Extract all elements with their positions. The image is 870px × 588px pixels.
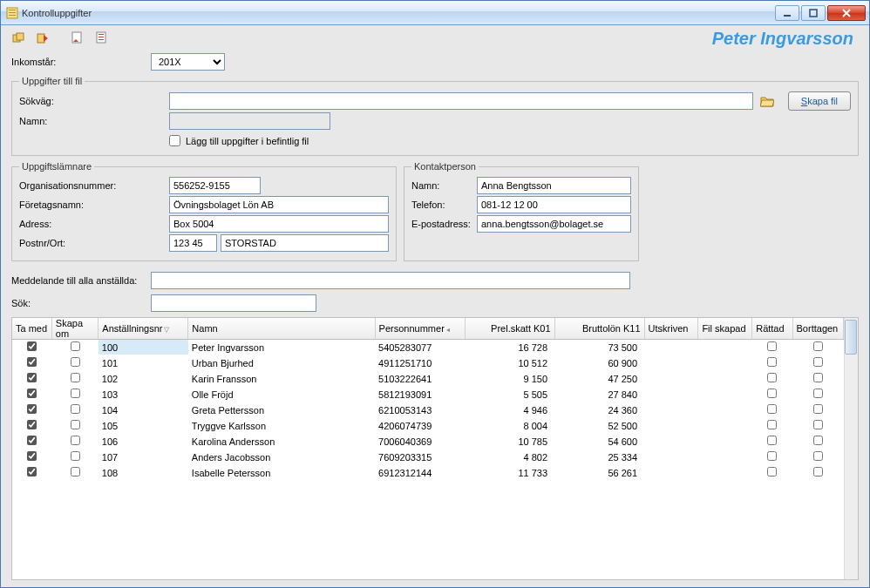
table-row[interactable]: 107Anders Jacobsson76092033154 80225 334 (12, 449, 844, 465)
recreate-checkbox[interactable] (71, 357, 80, 367)
postal-input[interactable] (169, 234, 217, 252)
svg-rect-2 (9, 12, 16, 13)
cell-filecreated (698, 340, 752, 355)
removed-checkbox[interactable] (813, 341, 823, 351)
col-corrected[interactable]: Rättad (752, 318, 792, 340)
maximize-button[interactable] (801, 5, 826, 21)
col-removed[interactable]: Borttagen (792, 318, 843, 340)
cell-filecreated (698, 371, 752, 387)
append-checkbox[interactable] (169, 135, 180, 146)
search-label: Sök: (11, 298, 151, 308)
cell-empno: 105 (99, 418, 188, 434)
col-ssn[interactable]: Personnummer◂ (375, 318, 465, 340)
scrollbar-vertical[interactable] (844, 318, 858, 579)
contact-email-input[interactable] (477, 215, 631, 233)
table-row[interactable]: 106Karolina Andersson700604036910 78554 … (12, 434, 844, 449)
corrected-checkbox[interactable] (767, 404, 777, 414)
col-include[interactable]: Ta med (12, 318, 51, 340)
toolbar-btn-2[interactable] (34, 30, 51, 47)
table-row[interactable]: 100Peter Ingvarsson540528307716 72873 50… (12, 340, 844, 355)
col-filecreated[interactable]: Fil skapad (698, 318, 752, 340)
corrected-checkbox[interactable] (767, 451, 777, 461)
browse-folder-icon[interactable] (757, 92, 778, 110)
scroll-thumb[interactable] (845, 320, 857, 355)
corrected-checkbox[interactable] (767, 389, 777, 398)
table-row[interactable]: 104Greta Pettersson62100531434 94624 360 (12, 402, 844, 418)
include-checkbox[interactable] (27, 341, 37, 351)
col-recreate[interactable]: Skapa om (51, 318, 99, 340)
path-input[interactable] (169, 92, 753, 110)
cell-pretax: 9 150 (465, 371, 554, 387)
table-row[interactable]: 105Tryggve Karlsson42060747398 00452 500 (12, 418, 844, 434)
include-checkbox[interactable] (27, 357, 37, 367)
income-year-select[interactable]: 201X (151, 53, 225, 71)
cell-pretax: 11 733 (465, 465, 554, 481)
removed-checkbox[interactable] (813, 451, 823, 461)
table-row[interactable]: 102Karin Fransson51032226419 15047 250 (12, 371, 844, 387)
cell-empno: 100 (99, 340, 188, 355)
table-row[interactable]: 108Isabelle Petersson691231214411 73356 … (12, 465, 844, 481)
toolbar-btn-1[interactable] (10, 30, 27, 47)
corrected-checkbox[interactable] (767, 467, 777, 476)
toolbar-btn-4[interactable] (93, 30, 111, 47)
include-checkbox[interactable] (27, 420, 37, 429)
toolbar-btn-3[interactable] (69, 30, 86, 47)
include-checkbox[interactable] (27, 389, 37, 398)
cell-gross: 52 500 (554, 418, 644, 434)
close-button[interactable] (827, 5, 866, 21)
col-pretax[interactable]: Prel.skatt K01 (465, 318, 554, 340)
org-input[interactable] (169, 177, 261, 194)
table-row[interactable]: 103Olle Fröjd58121930915 50527 840 (12, 387, 844, 402)
corrected-checkbox[interactable] (767, 357, 777, 367)
include-checkbox[interactable] (27, 467, 37, 476)
cell-pretax: 10 785 (465, 434, 554, 449)
cell-pretax: 8 004 (465, 418, 554, 434)
search-input[interactable] (151, 294, 316, 312)
removed-checkbox[interactable] (813, 404, 823, 414)
cell-filecreated (698, 434, 752, 449)
recreate-checkbox[interactable] (71, 373, 80, 382)
recreate-checkbox[interactable] (71, 467, 80, 476)
removed-checkbox[interactable] (813, 373, 823, 382)
company-label: Företagsnamn: (19, 199, 169, 210)
corrected-checkbox[interactable] (767, 373, 777, 382)
city-input[interactable] (221, 234, 389, 252)
contact-name-input[interactable] (477, 177, 631, 194)
col-gross[interactable]: Bruttolön K11 (554, 318, 644, 340)
include-checkbox[interactable] (27, 451, 37, 461)
corrected-checkbox[interactable] (767, 420, 777, 429)
include-checkbox[interactable] (27, 404, 37, 414)
recreate-checkbox[interactable] (71, 341, 80, 351)
removed-checkbox[interactable] (813, 357, 823, 367)
svg-rect-11 (99, 34, 104, 35)
message-input[interactable] (151, 272, 630, 289)
recreate-checkbox[interactable] (71, 436, 80, 445)
company-input[interactable] (169, 196, 389, 213)
recreate-checkbox[interactable] (71, 451, 80, 461)
cell-pretax: 5 505 (465, 387, 554, 402)
removed-checkbox[interactable] (813, 420, 823, 429)
col-empno[interactable]: Anställningsnr▽ (99, 318, 188, 340)
titlebar: Kontrolluppgifter (1, 1, 869, 25)
recreate-checkbox[interactable] (71, 389, 80, 398)
address-input[interactable] (169, 215, 389, 233)
recreate-checkbox[interactable] (71, 420, 80, 429)
contact-phone-input[interactable] (477, 196, 631, 213)
removed-checkbox[interactable] (813, 436, 823, 445)
corrected-checkbox[interactable] (767, 436, 777, 445)
include-checkbox[interactable] (27, 436, 37, 445)
include-checkbox[interactable] (27, 373, 37, 382)
col-printed[interactable]: Utskriven (644, 318, 698, 340)
minimize-button[interactable] (775, 5, 799, 21)
col-name[interactable]: Namn (188, 318, 375, 340)
removed-checkbox[interactable] (813, 467, 823, 476)
cell-name: Olle Fröjd (188, 387, 375, 402)
svg-rect-4 (784, 15, 791, 17)
create-file-button[interactable]: Skapa fil (788, 91, 851, 111)
recreate-checkbox[interactable] (71, 404, 80, 414)
table-row[interactable]: 101Urban Bjurhed491125171010 51260 900 (12, 355, 844, 371)
svg-rect-7 (17, 33, 24, 40)
removed-checkbox[interactable] (813, 389, 823, 398)
corrected-checkbox[interactable] (767, 341, 777, 351)
cell-empno: 102 (99, 371, 188, 387)
